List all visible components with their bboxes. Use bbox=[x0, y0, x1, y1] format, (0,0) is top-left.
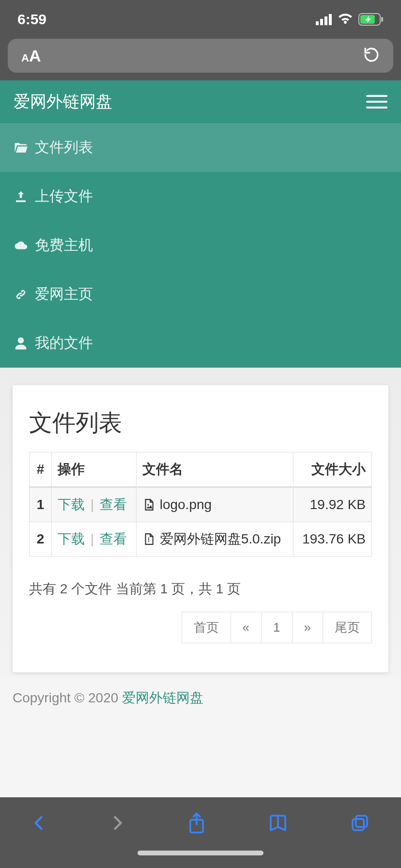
row-filename: logo.png bbox=[136, 487, 293, 522]
download-link[interactable]: 下载 bbox=[58, 497, 85, 512]
pager-current[interactable]: 1 bbox=[261, 612, 292, 643]
pager-next[interactable]: » bbox=[292, 612, 323, 643]
wifi-icon bbox=[337, 14, 354, 25]
image-file-icon bbox=[142, 498, 155, 511]
pagination: 首页 « 1 » 尾页 bbox=[29, 612, 372, 643]
nav-item-free-host[interactable]: 免费主机 bbox=[0, 221, 401, 270]
nav-item-label: 上传文件 bbox=[35, 186, 93, 206]
nav-list: 文件列表 上传文件 免费主机 爱网主页 我的文件 bbox=[0, 123, 401, 368]
share-icon[interactable] bbox=[187, 812, 206, 836]
content-area: 文件列表 # 操作 文件名 文件大小 1 下载 | 查看 bbox=[0, 368, 401, 677]
view-link[interactable]: 查看 bbox=[100, 497, 127, 512]
svg-rect-8 bbox=[148, 538, 149, 539]
row-size: 19.92 KB bbox=[293, 487, 371, 522]
download-link[interactable]: 下载 bbox=[58, 531, 85, 546]
nav-item-file-list[interactable]: 文件列表 bbox=[0, 123, 401, 172]
status-bar: 6:59 bbox=[0, 0, 401, 39]
svg-rect-2 bbox=[324, 16, 327, 25]
svg-rect-5 bbox=[381, 17, 383, 22]
pager-prev[interactable]: « bbox=[231, 612, 262, 643]
row-actions: 下载 | 查看 bbox=[52, 522, 137, 557]
file-table: # 操作 文件名 文件大小 1 下载 | 查看 bbox=[29, 452, 372, 557]
row-index: 1 bbox=[30, 487, 52, 522]
col-name: 文件名 bbox=[136, 452, 293, 487]
nav-item-label: 爱网主页 bbox=[35, 284, 93, 304]
table-row: 1 下载 | 查看 logo.png 19.92 KB bbox=[30, 487, 372, 522]
nav-item-my-files[interactable]: 我的文件 bbox=[0, 319, 401, 368]
forward-icon[interactable] bbox=[108, 813, 126, 835]
pager-last[interactable]: 尾页 bbox=[323, 612, 372, 643]
folder-open-icon bbox=[14, 140, 28, 155]
col-index: # bbox=[30, 452, 52, 487]
row-index: 2 bbox=[30, 522, 52, 557]
address-bar-container: AA bbox=[0, 39, 401, 80]
nav-item-label: 文件列表 bbox=[35, 138, 93, 157]
pager-first[interactable]: 首页 bbox=[182, 612, 231, 643]
svg-rect-10 bbox=[148, 541, 149, 542]
bookmarks-icon[interactable] bbox=[267, 813, 289, 835]
link-icon bbox=[14, 287, 28, 302]
copyright-text: Copyright © 2020 bbox=[13, 690, 122, 705]
menu-icon[interactable] bbox=[366, 95, 387, 108]
row-filename: 爱网外链网盘5.0.zip bbox=[136, 522, 293, 557]
svg-rect-1 bbox=[320, 19, 323, 25]
svg-rect-0 bbox=[316, 21, 319, 25]
svg-rect-14 bbox=[353, 819, 364, 830]
svg-rect-9 bbox=[148, 539, 149, 540]
browser-toolbar bbox=[0, 797, 401, 868]
row-size: 193.76 KB bbox=[293, 522, 371, 557]
col-action: 操作 bbox=[52, 452, 137, 487]
status-icons bbox=[316, 13, 384, 26]
nav-item-home[interactable]: 爱网主页 bbox=[0, 270, 401, 319]
reload-icon[interactable] bbox=[363, 46, 380, 65]
page-title: 文件列表 bbox=[29, 407, 372, 438]
status-time: 6:59 bbox=[17, 11, 46, 28]
address-bar[interactable]: AA bbox=[8, 39, 393, 73]
archive-file-icon bbox=[142, 533, 155, 545]
row-actions: 下载 | 查看 bbox=[52, 487, 137, 522]
footer: Copyright © 2020 爱网外链网盘 bbox=[0, 677, 401, 707]
svg-point-7 bbox=[147, 504, 149, 505]
file-list-card: 文件列表 # 操作 文件名 文件大小 1 下载 | 查看 bbox=[13, 385, 388, 672]
battery-icon bbox=[358, 13, 384, 26]
cellular-icon bbox=[316, 14, 332, 25]
footer-link[interactable]: 爱网外链网盘 bbox=[122, 690, 203, 705]
home-indicator[interactable] bbox=[0, 851, 401, 868]
app-title: 爱网外链网盘 bbox=[14, 91, 112, 113]
tabs-icon[interactable] bbox=[349, 813, 370, 835]
view-link[interactable]: 查看 bbox=[100, 531, 127, 546]
upload-icon bbox=[14, 189, 28, 204]
svg-rect-3 bbox=[329, 14, 332, 25]
user-icon bbox=[14, 336, 28, 351]
separator: | bbox=[91, 497, 94, 512]
nav-item-label: 我的文件 bbox=[35, 333, 93, 353]
app-header: 爱网外链网盘 bbox=[0, 80, 401, 123]
separator: | bbox=[91, 531, 94, 546]
table-row: 2 下载 | 查看 爱网外链网盘5.0.zip 193.76 KB bbox=[30, 522, 372, 557]
back-icon[interactable] bbox=[31, 813, 48, 835]
col-size: 文件大小 bbox=[293, 452, 371, 487]
nav-item-upload[interactable]: 上传文件 bbox=[0, 172, 401, 221]
summary-text: 共有 2 个文件 当前第 1 页，共 1 页 bbox=[29, 580, 372, 598]
nav-item-label: 免费主机 bbox=[35, 235, 93, 255]
svg-rect-13 bbox=[356, 816, 367, 827]
text-size-icon[interactable]: AA bbox=[21, 46, 41, 65]
cloud-icon bbox=[14, 238, 28, 253]
